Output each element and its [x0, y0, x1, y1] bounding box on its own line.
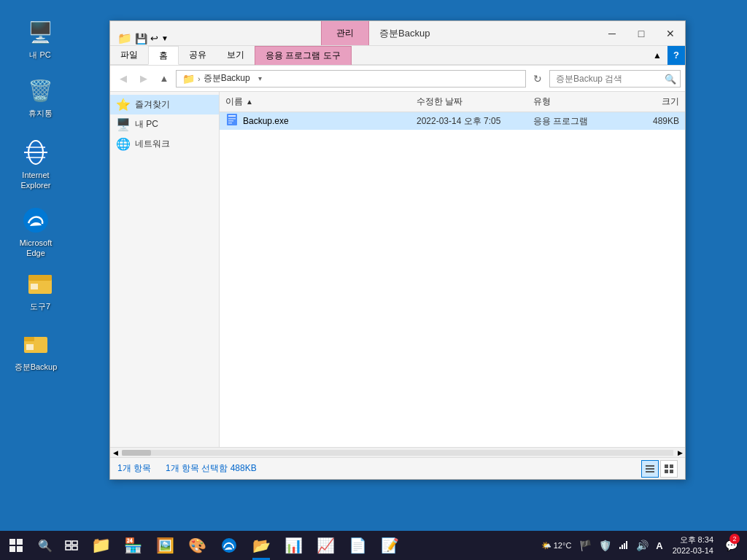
folder-icon-title: 📁 [117, 31, 132, 45]
svg-rect-29 [72, 541, 77, 545]
tools7-icon [26, 269, 55, 298]
desktop-icon-recycle[interactable]: 🗑️ 휴지통 [15, 73, 66, 121]
up-button[interactable]: ▲ [155, 70, 173, 88]
col-header-type[interactable]: 유형 [533, 96, 621, 108]
file-row[interactable]: Backup.exe 2022-03-14 오후 7:05 응용 프로그램 48… [220, 112, 685, 130]
ribbon-tab-file[interactable]: 파일 [110, 46, 148, 65]
weather-icon: 🌤️ [541, 541, 551, 551]
col-header-name[interactable]: 이름 ▲ [225, 96, 417, 108]
maximize-button[interactable]: □ [627, 21, 656, 46]
taskbar-app-edge[interactable] [213, 531, 245, 560]
desktop-icon-edge[interactable]: Microsoft Edge [10, 203, 61, 262]
tray-weather[interactable]: 🌤️ 12°C [538, 541, 575, 551]
nav-item-network[interactable]: 🌐 네트워크 [110, 134, 219, 154]
tools7-label: 도구7 [30, 301, 50, 311]
ribbon-expand-icon[interactable]: ▲ [647, 46, 667, 65]
taskbar-app-store[interactable]: 🏪 [117, 531, 149, 560]
nav-item-favorites[interactable]: ⭐ 즐겨찾기 [110, 95, 219, 114]
desktop-icon-my-pc[interactable]: 🖥️ 내 PC [15, 15, 66, 63]
svg-rect-17 [646, 465, 654, 467]
desktop-icon-backup[interactable]: 증분Backup [10, 327, 61, 375]
details-view-btn[interactable] [641, 460, 659, 478]
ribbon-tab-home[interactable]: 홈 [148, 46, 179, 65]
taskbar: 🔍 📁 🏪 🖼️ 🎨 📂 📊 [0, 531, 747, 560]
recycle-icon: 🗑️ [26, 76, 55, 105]
svg-point-5 [23, 208, 48, 233]
scroll-thumb[interactable] [122, 450, 151, 456]
notification-center-button[interactable]: 💬 2 [721, 531, 741, 560]
address-input-area[interactable]: 📁 › 증분Backup ▾ [176, 70, 526, 88]
large-icons-view-btn[interactable] [660, 460, 678, 478]
mypc-nav-label: 내 PC [135, 118, 158, 131]
address-bar: ◀ ▶ ▲ 📁 › 증분Backup ▾ ↻ 🔍 [110, 66, 685, 92]
close-button[interactable]: ✕ [656, 21, 685, 46]
taskbar-app-explorer2[interactable]: 📂 [245, 531, 277, 560]
svg-rect-19 [646, 471, 654, 472]
title-btn-1[interactable]: 💾 [135, 33, 147, 44]
address-folder-icon: 📁 [182, 73, 195, 85]
svg-rect-18 [646, 468, 654, 470]
svg-rect-23 [670, 470, 673, 473]
recycle-label: 휴지통 [28, 108, 53, 118]
taskbar-app-explorer[interactable]: 📁 [85, 531, 117, 560]
quick-access-toolbar: 📁 💾 ↩ ▼ [113, 31, 173, 45]
ribbon-tab-share[interactable]: 공유 [179, 46, 217, 65]
title-bar: 📁 💾 ↩ ▼ 관리 증분Backup ─ □ ✕ [110, 21, 685, 46]
horizontal-scrollbar[interactable]: ◀ ▶ [110, 447, 685, 457]
taskbar-app-excel[interactable]: 📊 [277, 531, 309, 560]
nav-item-mypc[interactable]: 🖥️ 내 PC [110, 114, 219, 134]
file-list-header: 이름 ▲ 수정한 날짜 유형 크기 [220, 92, 685, 112]
tray-network-icon[interactable] [616, 538, 631, 553]
svg-rect-14 [228, 118, 236, 120]
svg-rect-16 [228, 122, 232, 124]
taskbar-taskview-button[interactable] [58, 531, 85, 560]
address-sep: › [198, 74, 201, 83]
scroll-right-btn[interactable]: ▶ [675, 448, 685, 458]
scroll-left-btn[interactable]: ◀ [110, 448, 120, 458]
ribbon-tab-app-tools[interactable]: 응용 프로그램 도구 [255, 46, 352, 65]
col-header-date[interactable]: 수정한 날짜 [417, 96, 533, 108]
start-button[interactable] [0, 531, 32, 560]
taskbar-search-button[interactable]: 🔍 [32, 531, 58, 560]
tray-speaker-icon[interactable]: 🔊 [634, 538, 651, 553]
col-header-size[interactable]: 크기 [621, 96, 679, 108]
network-nav-label: 네트워크 [135, 138, 170, 150]
taskbar-app-photos[interactable]: 🖼️ [149, 531, 181, 560]
tray-security-icon[interactable]: 🛡️ [597, 538, 614, 553]
content-area: ⭐ 즐겨찾기 🖥️ 내 PC 🌐 네트워크 이름 ▲ [110, 92, 685, 447]
svg-rect-13 [228, 115, 236, 117]
ribbon-help-button[interactable]: ? [667, 46, 685, 65]
mypc-nav-icon: 🖥️ [116, 117, 131, 131]
taskbar-app-ppt[interactable]: 📈 [309, 531, 341, 560]
svg-rect-28 [66, 541, 71, 545]
favorites-label: 즐겨찾기 [135, 98, 170, 111]
forward-button: ▶ [135, 70, 152, 88]
svg-rect-27 [17, 546, 23, 552]
address-path: 증분Backup [204, 72, 250, 85]
taskbar-app-pdf[interactable]: 📄 [341, 531, 374, 560]
desktop-icon-ie[interactable]: Internet Explorer [10, 135, 61, 194]
svg-rect-35 [624, 543, 625, 549]
title-chevron[interactable]: ▼ [161, 34, 169, 42]
desktop-icon-tools7[interactable]: 도구7 [15, 266, 66, 314]
network-nav-icon: 🌐 [116, 137, 131, 151]
scroll-track[interactable] [122, 450, 673, 456]
favorites-icon: ⭐ [116, 98, 131, 112]
tray-keyboard[interactable]: A [654, 539, 665, 553]
address-refresh-button[interactable]: ↻ [529, 70, 546, 88]
ribbon-tab-view[interactable]: 보기 [217, 46, 255, 65]
title-btn-2[interactable]: ↩ [150, 33, 158, 44]
tray-flags-icon[interactable]: 🏴 [577, 538, 594, 553]
system-tray: 🌤️ 12°C 🏴 🛡️ 🔊 A 오후 8:34 2022-03-14 [533, 531, 747, 560]
tray-clock[interactable]: 오후 8:34 2022-03-14 [668, 534, 718, 557]
file-name-cell: Backup.exe [225, 113, 417, 129]
ie-icon [21, 138, 50, 167]
svg-rect-10 [24, 337, 34, 341]
back-button: ◀ [115, 70, 132, 88]
search-input[interactable] [549, 70, 681, 88]
address-dropdown-icon[interactable]: ▾ [253, 74, 268, 82]
taskbar-app-word[interactable]: 📝 [374, 531, 406, 560]
taskbar-app-paint[interactable]: 🎨 [181, 531, 213, 560]
sort-arrow-icon: ▲ [246, 98, 253, 106]
minimize-button[interactable]: ─ [597, 21, 627, 46]
